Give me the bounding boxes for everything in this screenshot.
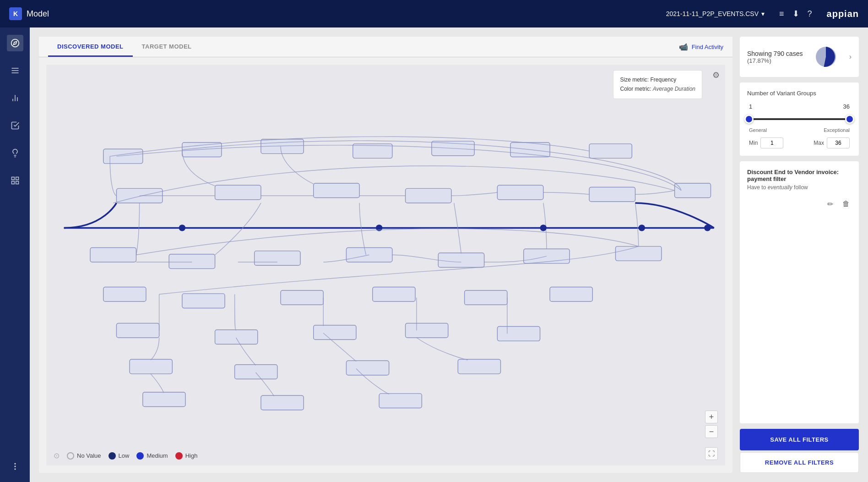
tab-discovered-model[interactable]: DISCOVERED MODEL [48,37,133,57]
legend-high: High [175,452,198,460]
svg-rect-19 [182,142,222,157]
process-flow: .node-box { fill: #dde0ee; stroke: #8890… [51,92,721,443]
zoom-out-button[interactable]: − [705,425,718,438]
svg-marker-1 [13,41,16,44]
svg-rect-51 [235,365,277,379]
filename-selector[interactable]: 2021-11-11_P2P_EVENTS.CSV ▾ [666,10,765,17]
slider-thumb-min[interactable] [744,115,754,124]
header: K Model 2021-11-11_P2P_EVENTS.CSV ▾ ≡ ⬇ … [0,0,868,27]
svg-rect-18 [103,149,143,164]
cases-pie-chart [813,44,839,70]
filter-title: Discount End to Vendor invoice: payment … [747,169,852,182]
svg-rect-52 [346,361,389,375]
low-label: Low [119,452,130,459]
slider-sublabels: General Exceptional [749,127,850,133]
sidebar-item-chart[interactable] [7,90,23,106]
tab-target-model[interactable]: TARGET MODEL [133,37,201,57]
tab-bar: DISCOVERED MODEL TARGET MODEL 📹 Find Act… [39,37,732,57]
slider-thumb-max[interactable] [845,115,854,124]
app-title: Model [27,9,49,19]
svg-rect-34 [255,251,300,266]
svg-rect-53 [458,359,500,374]
loading-icon: ⊙ [54,451,60,460]
sidebar-item-compass[interactable] [7,35,23,51]
svg-rect-46 [215,330,258,345]
zoom-in-button[interactable]: + [705,411,718,423]
remove-all-filters-button[interactable]: REMOVE ALL FILTERS [740,452,859,473]
slider-track[interactable] [749,113,850,126]
slider-min-label: 1 [749,103,752,110]
filter-icon[interactable]: ≡ [779,9,784,19]
download-icon[interactable]: ⬇ [792,9,799,19]
filename-text: 2021-11-11_P2P_EVENTS.CSV [666,10,759,17]
svg-rect-26 [215,185,261,200]
edit-filter-icon[interactable]: ✏ [825,198,835,210]
sidebar-item-bulb[interactable] [7,145,23,161]
sidebar-item-list[interactable] [7,62,23,79]
svg-point-60 [639,225,645,231]
slider-labels: 1 36 [749,103,850,110]
high-circle [175,452,183,460]
find-activity-label: Find Activity [692,44,723,50]
cases-card: Showing 790 cases (17.87%) › [740,37,859,77]
svg-rect-27 [314,183,359,198]
find-activity-button[interactable]: 📹 Find Activity [679,43,723,51]
svg-point-0 [11,39,19,47]
svg-rect-55 [261,395,304,410]
svg-point-59 [540,225,547,231]
save-all-filters-button[interactable]: SAVE ALL FILTERS [740,429,859,450]
svg-rect-40 [182,294,225,308]
svg-rect-36 [438,253,484,268]
slider-inputs: Min Max [749,137,850,148]
zoom-controls: + − [705,411,718,438]
svg-rect-56 [379,394,422,408]
min-input[interactable] [760,137,783,148]
svg-point-14 [15,463,16,464]
svg-point-61 [704,225,711,231]
expand-cases-icon[interactable]: › [849,53,852,61]
variant-groups-title: Number of Variant Groups [747,90,852,97]
exceptional-label: Exceptional [824,127,850,133]
sidebar-item-check[interactable] [7,117,23,134]
variant-slider-container: 1 36 General Exceptional [747,103,852,148]
svg-rect-38 [616,246,662,261]
min-label: Min [749,140,758,146]
cases-info: Showing 790 cases (17.87%) [747,50,803,64]
delete-filter-icon[interactable]: 🗑 [841,198,852,210]
settings-icon[interactable]: ⚙ [712,70,720,80]
help-icon[interactable]: ? [808,9,812,19]
svg-rect-50 [130,359,172,374]
filter-card: Discount End to Vendor invoice: payment … [740,161,859,423]
svg-rect-54 [143,392,185,407]
fullscreen-button[interactable]: ⛶ [705,447,718,460]
main-panel: DISCOVERED MODEL TARGET MODEL 📹 Find Act… [39,37,732,473]
appian-logo: appian [827,9,859,19]
svg-rect-29 [497,185,543,200]
sidebar-item-grid[interactable] [7,172,23,189]
filter-actions: ✏ 🗑 [747,198,852,210]
filter-subtitle: Have to eventually follow [747,184,852,191]
cases-title: Showing 790 cases [747,50,803,57]
size-metric-label: Size metric: Frequency [620,75,695,84]
svg-rect-31 [675,183,711,198]
cases-subtitle: (17.87%) [747,57,803,64]
no-value-label: No Value [77,452,101,459]
svg-rect-47 [314,325,356,340]
max-input[interactable] [827,137,850,148]
svg-rect-33 [169,254,215,269]
svg-rect-13 [16,181,18,184]
right-panel: Showing 790 cases (17.87%) › Number of V… [740,37,859,473]
svg-rect-41 [281,290,323,305]
content-area: DISCOVERED MODEL TARGET MODEL 📹 Find Act… [30,27,868,482]
sidebar-item-more[interactable] [7,458,23,475]
svg-point-15 [15,466,16,467]
chevron-down-icon: ▾ [761,10,765,17]
svg-rect-30 [589,187,635,202]
low-circle [108,452,116,460]
slider-rail [749,118,850,120]
svg-rect-11 [16,177,18,180]
main-layout: DISCOVERED MODEL TARGET MODEL 📹 Find Act… [0,27,868,482]
filter-italic: eventually [768,184,792,191]
sidebar [0,27,30,482]
variant-groups-card: Number of Variant Groups 1 36 [740,82,859,156]
